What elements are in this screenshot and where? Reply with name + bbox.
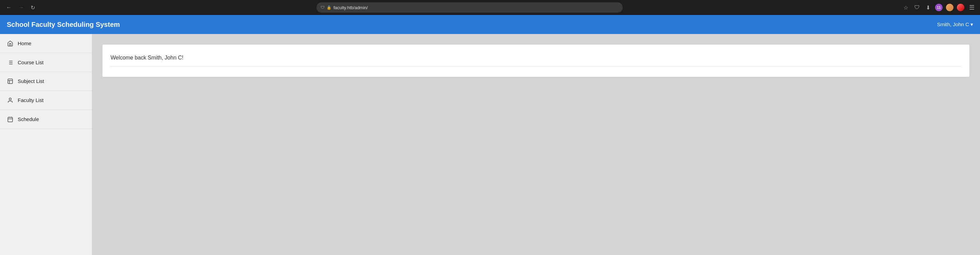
list-icon	[7, 59, 14, 66]
user-menu[interactable]: Smith, John C ▾	[937, 21, 973, 27]
sidebar-item-schedule[interactable]: Schedule	[0, 110, 92, 129]
security-icon: 🛡	[321, 5, 325, 10]
calendar-icon	[7, 116, 14, 122]
sidebar-item-faculty-list[interactable]: Faculty List	[0, 91, 92, 110]
sidebar-home-label: Home	[18, 40, 31, 46]
sidebar-item-course-list[interactable]: Course List	[0, 53, 92, 72]
home-icon	[7, 40, 14, 47]
svg-point-9	[9, 98, 11, 100]
extension-avatar: 11	[935, 4, 943, 11]
sidebar-item-home[interactable]: Home	[0, 34, 92, 53]
profile-avatar-orange[interactable]	[946, 4, 953, 11]
address-bar[interactable]: 🛡 🔒 faculty.htb/admin/	[317, 2, 623, 13]
app-header: School Faculty Scheduling System Smith, …	[0, 15, 980, 34]
extensions-icon[interactable]: 11	[935, 4, 943, 11]
app-title: School Faculty Scheduling System	[7, 21, 120, 29]
sidebar: Home Course List	[0, 34, 92, 255]
welcome-card: Welcome back Smith, John C!	[102, 44, 970, 77]
content-area: Welcome back Smith, John C!	[92, 34, 980, 255]
profile-avatar-red[interactable]	[957, 4, 964, 11]
back-button[interactable]: ←	[4, 3, 14, 12]
reload-button[interactable]: ↻	[29, 3, 37, 12]
bookmark-icon[interactable]: ☆	[902, 3, 910, 12]
sidebar-subject-list-label: Subject List	[18, 78, 44, 84]
person-icon	[7, 97, 14, 103]
sidebar-schedule-label: Schedule	[18, 116, 39, 122]
lock-icon: 🔒	[327, 5, 331, 10]
url-text: faculty.htb/admin/	[334, 5, 368, 10]
sidebar-course-list-label: Course List	[18, 60, 43, 65]
sidebar-item-subject-list[interactable]: Subject List	[0, 72, 92, 91]
menu-icon[interactable]: ☰	[968, 2, 976, 13]
welcome-message: Welcome back Smith, John C!	[111, 55, 961, 67]
svg-rect-10	[8, 117, 13, 122]
user-menu-label: Smith, John C ▾	[937, 21, 973, 27]
download-icon[interactable]: ⬇	[924, 3, 932, 12]
browser-chrome: ← → ↻ 🛡 🔒 faculty.htb/admin/ ☆ 🛡 ⬇ 11 ☰	[0, 0, 980, 15]
shield-browser-icon[interactable]: 🛡	[913, 3, 921, 12]
main-layout: Home Course List	[0, 34, 980, 255]
forward-button[interactable]: →	[16, 3, 26, 12]
browser-toolbar-right: ☆ 🛡 ⬇ 11 ☰	[902, 2, 976, 13]
svg-rect-6	[8, 79, 13, 84]
subject-icon	[7, 78, 14, 85]
sidebar-faculty-list-label: Faculty List	[18, 97, 43, 103]
